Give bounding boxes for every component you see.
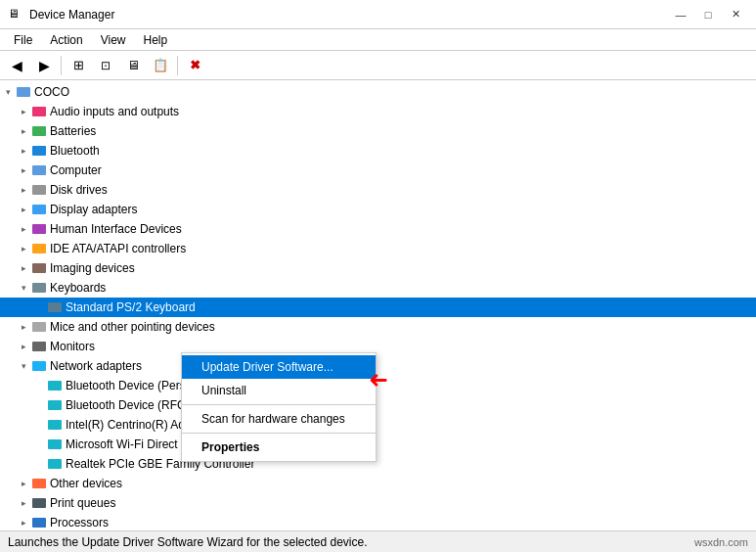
tree-icon-network (31, 358, 47, 374)
tree-expand-printqueues[interactable]: ▸ (16, 495, 31, 511)
tree-item-keyboards[interactable]: ▾ Keyboards (0, 278, 756, 298)
tree-label-mice: Mice and other pointing devices (50, 320, 215, 334)
context-menu: Update Driver Software...UninstallScan f… (181, 352, 377, 462)
toolbar-forward[interactable]: ▶ (31, 54, 57, 77)
svg-rect-0 (17, 87, 30, 97)
tree-icon-hid (31, 221, 47, 237)
tree-icon-monitors (31, 339, 47, 354)
tree-expand-diskdrives[interactable]: ▸ (16, 182, 31, 198)
tree-expand-computer[interactable]: ▸ (16, 162, 31, 178)
tree-expand-keyboards[interactable]: ▾ (16, 280, 31, 296)
tree-label-processors: Processors (50, 516, 109, 529)
minimize-button[interactable]: — (668, 5, 693, 24)
tree-label-monitors: Monitors (50, 340, 95, 353)
tree-icon-processors (31, 515, 47, 530)
context-menu-item-properties[interactable]: Properties (182, 436, 376, 459)
window-controls: — □ ✕ (668, 5, 748, 24)
tree-item-mice[interactable]: ▸ Mice and other pointing devices (0, 317, 756, 337)
maximize-button[interactable]: □ (695, 5, 721, 24)
svg-rect-8 (32, 244, 46, 253)
status-bar: Launches the Update Driver Software Wiza… (0, 530, 756, 552)
title-text: Device Manager (29, 8, 114, 22)
menu-action[interactable]: Action (42, 31, 90, 49)
tree-item-realtek[interactable]: Realtek PCIe GBE Family Controller (0, 454, 756, 474)
tree-item-otherdevices[interactable]: ▸ Other devices (0, 474, 756, 493)
context-menu-item-scan[interactable]: Scan for hardware changes (182, 407, 376, 431)
svg-rect-15 (48, 381, 62, 391)
tree-expand-imaging[interactable]: ▸ (16, 260, 31, 276)
tree-item-intel[interactable]: Intel(R) Centrino(R) Advanced-N 6235 (0, 415, 756, 435)
tree-icon-computer (31, 162, 47, 178)
tree-item-processors[interactable]: ▸ Processors (0, 513, 756, 530)
context-menu-item-uninstall[interactable]: Uninstall (182, 379, 376, 402)
toolbar: ◀ ▶ ⊞ ⊡ 🖥 📋 ✖ (0, 51, 756, 80)
tree-expand-batteries[interactable]: ▸ (16, 123, 31, 139)
context-menu-item-update[interactable]: Update Driver Software... (182, 355, 376, 379)
tree-view[interactable]: ▾ COCO▸ Audio inputs and outputs▸ Batter… (0, 80, 756, 530)
tree-item-imaging[interactable]: ▸ Imaging devices (0, 258, 756, 278)
toolbar-uninstall[interactable]: ✖ (182, 54, 207, 77)
svg-rect-12 (32, 322, 46, 332)
tree-label-displayadapters: Display adapters (50, 203, 137, 216)
tree-icon-bluetooth (31, 143, 47, 159)
svg-rect-21 (32, 498, 46, 508)
tree-expand-ide[interactable]: ▸ (16, 241, 31, 256)
tree-expand-hid[interactable]: ▸ (16, 221, 31, 237)
tree-item-ps2keyboard[interactable]: Standard PS/2 Keyboard (0, 298, 756, 317)
tree-label-computer: Computer (50, 163, 102, 177)
tree-item-wifidirect[interactable]: Microsoft Wi-Fi Direct Virtual Adapter (0, 435, 756, 454)
tree-item-printqueues[interactable]: ▸ Print queues (0, 493, 756, 513)
title-bar: 🖥 Device Manager — □ ✕ (0, 0, 756, 29)
toolbar-separator-2 (177, 56, 178, 75)
toolbar-add[interactable]: 📋 (148, 54, 173, 77)
tree-icon-otherdevices (31, 476, 47, 491)
tree-icon-mice (31, 319, 47, 335)
toolbar-properties[interactable]: ⊞ (66, 54, 91, 77)
tree-expand-audio[interactable]: ▸ (16, 104, 31, 119)
tree-expand-coco[interactable]: ▾ (0, 84, 16, 100)
menu-file[interactable]: File (6, 31, 40, 49)
toolbar-back[interactable]: ◀ (4, 54, 29, 77)
tree-item-batteries[interactable]: ▸ Batteries (0, 121, 756, 141)
tree-expand-bluetooth[interactable]: ▸ (16, 143, 31, 159)
close-button[interactable]: ✕ (723, 5, 748, 24)
svg-rect-16 (48, 400, 62, 410)
tree-expand-mice[interactable]: ▸ (16, 319, 31, 335)
tree-item-bt2[interactable]: Bluetooth Device (RFCOMM Protocol TDI) (0, 395, 756, 415)
tree-item-computer[interactable]: ▸ Computer (0, 161, 756, 180)
tree-label-batteries: Batteries (50, 124, 96, 138)
menu-bar: File Action View Help (0, 29, 756, 51)
svg-rect-4 (32, 165, 46, 175)
svg-rect-19 (48, 459, 62, 469)
tree-item-audio[interactable]: ▸ Audio inputs and outputs (0, 102, 756, 121)
tree-item-ide[interactable]: ▸ IDE ATA/ATAPI controllers (0, 239, 756, 258)
tree-item-diskdrives[interactable]: ▸ Disk drives (0, 180, 756, 200)
svg-rect-7 (32, 224, 46, 234)
menu-view[interactable]: View (93, 31, 134, 49)
tree-label-ide: IDE ATA/ATAPI controllers (50, 242, 186, 255)
tree-item-coco[interactable]: ▾ COCO (0, 82, 756, 102)
tree-label-audio: Audio inputs and outputs (50, 105, 179, 118)
tree-item-displayadapters[interactable]: ▸ Display adapters (0, 200, 756, 219)
context-menu-separator (182, 404, 376, 405)
tree-item-hid[interactable]: ▸ Human Interface Devices (0, 219, 756, 239)
menu-help[interactable]: Help (136, 31, 176, 49)
tree-item-bluetooth[interactable]: ▸ Bluetooth (0, 141, 756, 161)
tree-expand-processors[interactable]: ▸ (16, 515, 31, 530)
tree-expand-displayadapters[interactable]: ▸ (16, 202, 31, 217)
tree-expand-none (31, 378, 47, 393)
tree-expand-otherdevices[interactable]: ▸ (16, 476, 31, 491)
svg-rect-1 (32, 107, 46, 116)
tree-icon-batteries (31, 123, 47, 139)
toolbar-scan[interactable]: 🖥 (120, 54, 146, 77)
tree-label-diskdrives: Disk drives (50, 183, 108, 197)
tree-expand-monitors[interactable]: ▸ (16, 339, 31, 354)
tree-label-ps2keyboard: Standard PS/2 Keyboard (66, 300, 196, 314)
tree-expand-network[interactable]: ▾ (16, 358, 31, 374)
tree-icon-displayadapters (31, 202, 47, 217)
toolbar-update[interactable]: ⊡ (93, 54, 118, 77)
svg-rect-22 (32, 518, 46, 528)
tree-item-monitors[interactable]: ▸ Monitors (0, 337, 756, 356)
tree-expand-none (31, 397, 47, 413)
svg-rect-17 (48, 420, 62, 430)
